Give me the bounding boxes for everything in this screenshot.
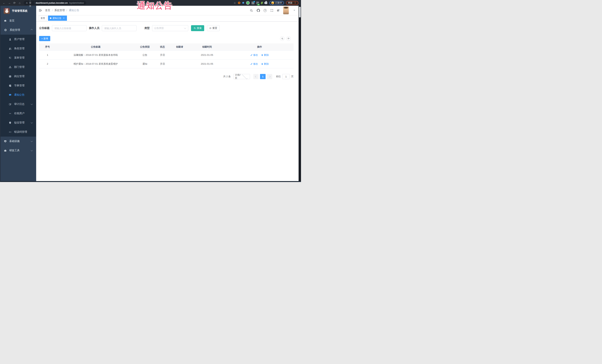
next-page-button[interactable] — [267, 74, 272, 79]
refresh-table-button[interactable]: ⟳ — [286, 36, 291, 41]
col-creator: 创建者 — [171, 43, 188, 51]
prev-page-button[interactable] — [253, 74, 258, 79]
sidebar-item-label: 字典管理 — [14, 84, 33, 87]
tag-close-icon[interactable] — [63, 17, 65, 20]
github-icon[interactable] — [257, 9, 260, 12]
browser-forward-icon[interactable]: → — [7, 1, 11, 5]
kebab-menu-icon[interactable]: ⋮ — [294, 2, 296, 4]
extension-leaf-icon[interactable] — [261, 2, 263, 4]
select-placeholder: 公告类型 — [154, 27, 184, 30]
col-status: 状态 — [154, 43, 171, 51]
search-button[interactable]: 搜索 — [191, 25, 204, 31]
user-avatar[interactable] — [283, 7, 289, 14]
sidebar-item-system[interactable]: ⚙ 系统管理 — [0, 25, 36, 35]
avatar-caret-down-icon[interactable] — [293, 10, 295, 11]
delete-link[interactable]: 删除 — [261, 53, 269, 57]
sidebar-item-users[interactable]: 用户管理 — [0, 35, 36, 44]
paused-label: 已暂停 — [275, 1, 282, 4]
online-user-icon — [9, 112, 11, 115]
help-icon[interactable] — [264, 9, 267, 12]
window-left-edge — [0, 6, 0, 182]
cell-type: 公告 — [136, 51, 154, 60]
extension-v-icon[interactable]: V — [246, 1, 250, 5]
edit-link[interactable]: 修改 — [250, 62, 258, 66]
edit-link[interactable]: 修改 — [250, 53, 258, 57]
current-page-button[interactable]: 1 — [260, 74, 266, 79]
sidebar-item-notices[interactable]: 通知公告 — [0, 90, 36, 100]
sidebar-item-label: 部门管理 — [14, 65, 33, 69]
extension-donut-icon[interactable] — [238, 2, 240, 4]
user-icon — [9, 38, 11, 41]
cell-seq: 1 — [39, 51, 56, 60]
sidebar-item-online-users[interactable]: 在线用户 — [0, 109, 36, 118]
delete-link[interactable]: 删除 — [261, 62, 269, 66]
sidebar-toggle-hamburger-icon[interactable] — [38, 9, 42, 12]
paused-extension-pill[interactable]: 已暂停 — [269, 1, 284, 5]
cell-status: 开启 — [154, 51, 171, 60]
sidebar-item-label: 角色管理 — [14, 47, 33, 50]
fullscreen-icon[interactable] — [270, 9, 274, 12]
notice-title-input[interactable] — [52, 25, 86, 31]
bookmark-star-icon[interactable]: ☆ — [234, 1, 236, 4]
sidebar-item-roles[interactable]: 角色管理 — [0, 44, 36, 53]
scrollbar-thumb[interactable] — [299, 7, 301, 17]
sidebar-item-sms[interactable]: 短信管理 — [0, 118, 36, 127]
page-size-value: 10条/页 — [235, 73, 241, 80]
reset-button[interactable]: ⟳ 重置 — [207, 25, 220, 31]
breadcrumb-system[interactable]: 系统管理 — [54, 9, 65, 12]
extension-gem-icon[interactable] — [242, 2, 244, 4]
dashboard-icon — [4, 20, 7, 22]
cell-title: 温馨提醒：2018-07-01 若依新版本发布啦 — [56, 51, 136, 60]
col-type: 公告类型 — [136, 43, 154, 51]
extension-tabs-icon[interactable]: on — [256, 2, 259, 4]
sidebar-item-label: 通知公告 — [14, 93, 33, 97]
extension-grid-icon[interactable] — [252, 2, 254, 4]
search-icon[interactable] — [250, 9, 253, 12]
sidebar-item-departments[interactable]: 部门管理 — [0, 62, 36, 72]
toggle-search-button[interactable] — [280, 36, 284, 41]
sidebar-item-posts[interactable]: 岗位管理 — [0, 72, 36, 81]
chevron-down-icon — [31, 103, 33, 105]
sidebar-item-error-codes[interactable]: 错误码管理 — [0, 127, 36, 137]
add-button-label: 新增 — [43, 37, 48, 40]
tag-home[interactable]: 首页 — [39, 16, 47, 21]
update-button[interactable]: 更新 ⋮ — [286, 1, 298, 5]
sidebar-item-dev-tools[interactable]: 研发工具 — [0, 146, 36, 155]
chevron-left-icon — [255, 76, 257, 77]
filter-title-label: 公告标题 — [39, 27, 50, 30]
chevron-down-icon — [31, 121, 33, 124]
trash-icon — [261, 54, 263, 56]
add-notice-button[interactable]: 新增 — [39, 36, 50, 41]
operator-input[interactable] — [102, 25, 137, 31]
sidebar-item-label: 研发工具 — [9, 149, 28, 152]
browser-scrollbar — [299, 6, 301, 182]
sidebar-item-label: 首页 — [9, 19, 33, 22]
notice-table: 序号 公告标题 公告类型 状态 创建者 创建时间 操作 1 温馨提醒：2018- — [39, 43, 294, 68]
notice-type-select[interactable]: 公告类型 — [152, 25, 188, 31]
page-size-select[interactable]: 10条/页 — [233, 74, 250, 79]
extensions-puzzle-icon[interactable] — [265, 2, 267, 4]
sidebar-item-label: 岗位管理 — [14, 75, 33, 78]
browser-reload-icon[interactable]: ⟳ — [12, 1, 17, 5]
breadcrumb-home[interactable]: 首页 — [45, 9, 50, 12]
content-area: 首页 / 系统管理 / 通知公告 首页 — [36, 6, 299, 181]
sidebar-item-dictionaries[interactable]: 字典管理 — [0, 81, 36, 90]
address-bar[interactable]: ⚠ 不安全 dashboard.yudao.iocoder.cn/system/… — [24, 1, 86, 5]
sidebar-item-audit-logs[interactable]: 审计日志 — [0, 100, 36, 109]
sidebar-item-label: 审计日志 — [14, 103, 28, 106]
tag-label: 通知公告 — [53, 17, 61, 20]
delete-link-label: 删除 — [264, 53, 269, 57]
tag-notices[interactable]: 通知公告 — [48, 16, 67, 21]
sidebar-item-infrastructure[interactable]: 基础设施 — [0, 137, 36, 146]
gear-icon: ⚙ — [4, 29, 7, 31]
update-label: 更新 — [288, 1, 292, 4]
sidebar-item-home[interactable]: 首页 — [0, 16, 36, 25]
sidebar-item-label: 基础设施 — [9, 140, 28, 143]
browser-home-icon[interactable]: ⌂ — [17, 1, 22, 5]
sidebar-item-menus[interactable]: 菜单管理 — [0, 53, 36, 62]
breadcrumb: 首页 / 系统管理 / 通知公告 — [45, 9, 79, 12]
browser-back-icon[interactable]: ← — [2, 1, 6, 5]
font-size-icon[interactable] — [277, 9, 279, 12]
url-path: /system/notice — [69, 2, 84, 4]
goto-page-input[interactable] — [282, 74, 290, 79]
